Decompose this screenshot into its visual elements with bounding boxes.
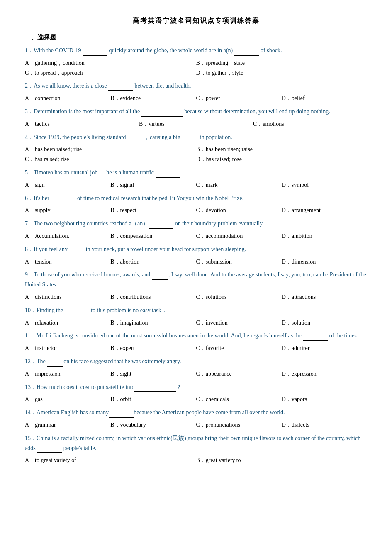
question-12: 12．The on his face suggested that he was…: [25, 357, 367, 367]
q11-option-d: D．admirer: [282, 343, 367, 353]
q1-option-b: B．spreading，state: [196, 58, 368, 68]
q2-option-c: C．power: [196, 93, 282, 103]
q13-option-b: B．orbit: [110, 394, 196, 404]
q14-option-b: B．vocabulary: [110, 420, 196, 430]
q10-option-d: D．solution: [282, 318, 367, 328]
q12-option-d: D．expression: [282, 369, 367, 379]
question-11: 11．Mr. Li Jiacheng is considered one of …: [25, 331, 367, 341]
question-14: 14．American English has so manybecause t…: [25, 408, 367, 418]
q6-option-c: C．devotion: [196, 205, 282, 215]
q11-option-a: A．instructor: [25, 343, 110, 353]
q11-option-b: B．expert: [110, 343, 196, 353]
q13-option-d: D．vapors: [282, 394, 367, 404]
q1-option-d: D．to gather，style: [196, 68, 368, 78]
q1-option-a: A．gathering，condition: [25, 58, 196, 68]
question-13: 13．How much does it cost to put satellit…: [25, 382, 367, 392]
q7-option-c: C．accommodation: [196, 231, 282, 241]
q8-option-a: A．tension: [25, 257, 110, 267]
q14-option-c: C．pronunciations: [196, 420, 282, 430]
question-15: 15．China is a racially mixed country, in…: [25, 433, 367, 453]
q14-option-d: D．dialects: [282, 420, 367, 430]
question-9: 9．To those of you who received honors, a…: [25, 270, 367, 290]
q15-option-b: B．great variety to: [196, 455, 368, 465]
q7-option-b: B．compensation: [110, 231, 196, 241]
q14-option-a: A．grammar: [25, 420, 110, 430]
q9-option-b: B．contributions: [110, 292, 196, 302]
section-1-title: 一、选择题: [25, 34, 367, 42]
q6-option-d: D．arrangement: [282, 205, 367, 215]
q8-option-b: B．abortion: [110, 257, 196, 267]
question-1: 1．With the COVID-19 quickly around the g…: [25, 46, 367, 56]
q2-option-a: A．connection: [25, 93, 110, 103]
q11-option-c: C．favorite: [196, 343, 282, 353]
q5-option-c: C．mark: [196, 180, 282, 190]
q1-option-c: C．to spread，approach: [25, 68, 196, 78]
question-3: 3．Determination is the most important of…: [25, 107, 367, 117]
q9-option-c: C．solutions: [196, 292, 282, 302]
q10-option-b: B．imagination: [110, 318, 196, 328]
q3-option-a: A．tactics: [25, 119, 139, 129]
q2-option-b: B．evidence: [110, 93, 196, 103]
q6-option-b: B．respect: [110, 205, 196, 215]
q9-option-d: D．attractions: [282, 292, 367, 302]
question-2: 2．As we all know, there is a close betwe…: [25, 81, 367, 91]
question-10: 10．Finding the to this problem is no eas…: [25, 306, 367, 315]
q2-option-d: D．belief: [282, 93, 367, 103]
q4-option-d: D．has raised; rose: [196, 154, 368, 164]
q5-option-a: A．sign: [25, 180, 110, 190]
question-6: 6．It's her of time to medical research t…: [25, 193, 367, 203]
q7-option-a: A．Accumulation.: [25, 231, 110, 241]
q10-option-c: C．invention: [196, 318, 282, 328]
question-5: 5．Timoteo has an unusual job — he is a h…: [25, 168, 367, 178]
q10-option-a: A．relaxation: [25, 318, 110, 328]
question-8: 8．If you feel any in your neck, put a to…: [25, 244, 367, 254]
q12-option-b: B．sight: [110, 369, 196, 379]
q12-option-a: A．impression: [25, 369, 110, 379]
section-1: 一、选择题 1．With the COVID-19 quickly around…: [25, 34, 367, 465]
q4-option-c: C．has raised; rise: [25, 154, 196, 164]
q5-option-b: B．signal: [110, 180, 196, 190]
q13-option-a: A．gas: [25, 394, 110, 404]
q9-option-a: A．distinctions: [25, 292, 110, 302]
q5-option-d: D．symbol: [282, 180, 367, 190]
q3-option-c: C．emotions: [253, 119, 367, 129]
q7-option-d: D．ambition: [282, 231, 367, 241]
q12-option-c: C．appearance: [196, 369, 282, 379]
q4-option-b: B．has been risen; raise: [196, 144, 368, 154]
q8-option-c: C．submission: [196, 257, 282, 267]
q13-option-c: C．chemicals: [196, 394, 282, 404]
q15-option-a: A．to great variety of: [25, 455, 196, 465]
q3-option-b: B．virtues: [139, 119, 253, 129]
q6-option-a: A．supply: [25, 205, 110, 215]
question-4: 4．Since 1949, the people's living standa…: [25, 132, 367, 142]
q8-option-d: D．dimension: [282, 257, 367, 267]
question-7: 7．The two neighbouring countries reached…: [25, 219, 367, 229]
q4-option-a: A．has been raised; rise: [25, 144, 196, 154]
page-title: 高考英语宁波名词知识点专项训练答案: [25, 17, 367, 25]
